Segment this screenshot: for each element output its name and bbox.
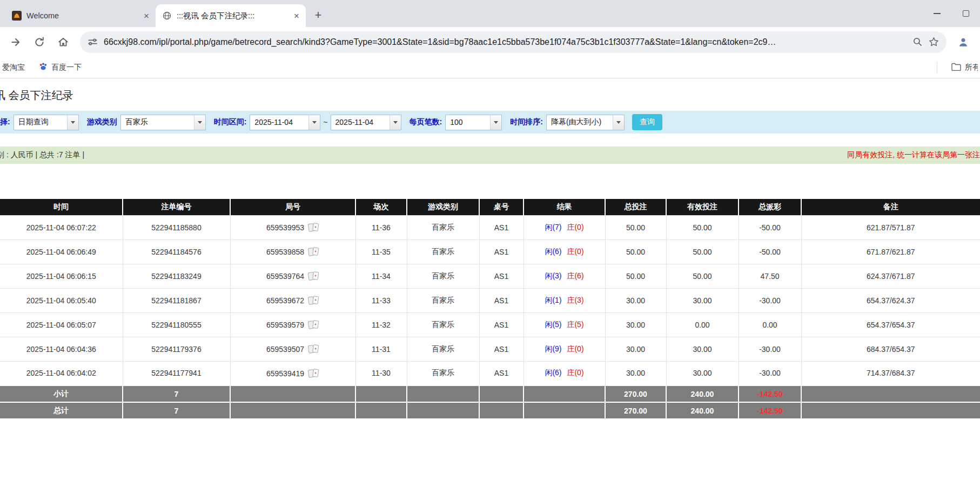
page-content: 视讯 会员下注纪录 查询选择: 日期查询 游戏类别 百家乐 时间区间: 2025… xyxy=(0,78,980,420)
column-header-time: 时间 xyxy=(0,199,123,215)
player-result: 闲(5) xyxy=(545,320,561,329)
bookmark-baidu[interactable]: 百度一下 xyxy=(39,62,82,72)
tab-title: Welcome xyxy=(26,11,139,20)
banker-result: 庄(6) xyxy=(567,271,583,280)
cards-icon[interactable] xyxy=(308,271,319,281)
valid-bet-cell: 30.00 xyxy=(666,361,739,385)
total-count: 7 xyxy=(123,402,230,419)
chevron-down-icon[interactable] xyxy=(194,115,205,130)
home-button[interactable] xyxy=(53,32,73,52)
filter-bar: 查询选择: 日期查询 游戏类别 百家乐 时间区间: 2025-11-04 ~ 2… xyxy=(0,111,980,134)
subtotal-valid-bet: 240.00 xyxy=(666,385,739,402)
total-bet-cell[interactable]: 30.00 xyxy=(605,288,666,312)
time-cell: 2025-11-04 06:04:02 xyxy=(0,361,123,385)
total-bet-cell[interactable]: 50.00 xyxy=(605,239,666,264)
result-cell: 闲(6) 庄(0) xyxy=(523,239,605,264)
empty-cell xyxy=(523,385,605,402)
time-cell: 2025-11-04 06:04:36 xyxy=(0,337,123,361)
cards-icon[interactable] xyxy=(308,320,319,329)
chevron-down-icon[interactable] xyxy=(613,115,624,130)
forward-button[interactable] xyxy=(5,32,26,52)
bookmark-aitaobao[interactable]: 爱淘宝 xyxy=(2,63,25,72)
column-header-payout: 总派彩 xyxy=(739,199,801,215)
new-tab-button[interactable]: + xyxy=(310,7,326,23)
column-header-result: 结果 xyxy=(523,199,605,215)
bet-record-row: 2025-11-04 06:06:49 522941184576 6595398… xyxy=(0,239,980,264)
empty-cell xyxy=(407,385,479,402)
game-type-select[interactable]: 百家乐 xyxy=(120,115,206,130)
bet-record-row: 2025-11-04 06:05:40 522941181867 6595396… xyxy=(0,288,980,312)
payout-cell: -30.00 xyxy=(739,288,801,312)
chevron-down-icon[interactable] xyxy=(390,115,401,130)
search-type-select[interactable]: 日期查询 xyxy=(14,115,79,130)
bet-id-cell: 522941183249 xyxy=(123,264,230,288)
chevron-down-icon[interactable] xyxy=(308,115,320,130)
result-cell: 闲(6) 庄(0) xyxy=(523,361,605,385)
bet-id-cell: 522941179376 xyxy=(123,337,230,361)
column-header-session: 场次 xyxy=(355,199,407,215)
note-cell: 654.37/624.37 xyxy=(801,288,980,312)
total-bet-cell[interactable]: 50.00 xyxy=(605,264,666,288)
banker-result: 庄(5) xyxy=(567,320,583,329)
tab-welcome[interactable]: Welcome × xyxy=(5,4,156,27)
subtotal-payout: -142.50 xyxy=(739,385,801,402)
bookmark-star-icon[interactable] xyxy=(929,37,939,47)
total-bet-cell[interactable]: 30.00 xyxy=(605,361,666,385)
maximize-icon xyxy=(963,10,969,17)
payout-cell: -50.00 xyxy=(739,215,801,239)
total-bet-cell[interactable]: 30.00 xyxy=(605,337,666,361)
total-bet-cell[interactable]: 30.00 xyxy=(605,312,666,337)
url-text: 66cxkj98.com/ipl/portal.php/game/betreco… xyxy=(104,37,907,47)
note-cell: 684.37/654.37 xyxy=(801,337,980,361)
game-type-cell: 百家乐 xyxy=(407,215,479,239)
cards-icon[interactable] xyxy=(308,369,319,378)
game-type-cell: 百家乐 xyxy=(407,337,479,361)
maximize-button[interactable] xyxy=(951,0,980,27)
valid-bet-cell: 0.00 xyxy=(666,312,739,337)
address-bar[interactable]: 66cxkj98.com/ipl/portal.php/game/betreco… xyxy=(80,31,947,53)
minimize-button[interactable] xyxy=(923,0,951,27)
cards-icon[interactable] xyxy=(308,223,319,232)
table-header-row: 时间 注单编号 局号 场次 游戏类别 桌号 结果 总投注 有效投注 总派彩 备注 xyxy=(0,199,980,215)
tab-betrecord[interactable]: :::视讯 会员下注纪录::: × xyxy=(156,4,306,27)
cards-icon[interactable] xyxy=(308,344,319,354)
bookmarks-bar: 爱淘宝 百度一下 所有书签 xyxy=(0,57,980,78)
column-header-total-bet: 总投注 xyxy=(605,199,666,215)
site-settings-icon[interactable] xyxy=(88,37,98,47)
session-cell: 11-36 xyxy=(355,215,407,239)
empty-cell xyxy=(801,385,980,402)
chevron-down-icon[interactable] xyxy=(490,115,501,130)
note-cell: 671.87/621.87 xyxy=(801,239,980,264)
close-icon[interactable]: × xyxy=(294,11,299,21)
time-cell: 2025-11-04 06:07:22 xyxy=(0,215,123,239)
round-cell: 659539858 xyxy=(230,239,355,264)
time-cell: 2025-11-04 06:05:07 xyxy=(0,312,123,337)
session-cell: 11-35 xyxy=(355,239,407,264)
round-number: 659539764 xyxy=(266,272,304,281)
valid-bet-cell: 50.00 xyxy=(666,215,739,239)
sort-order-select[interactable]: 降幕(由大到小) xyxy=(546,115,625,130)
subtotal-label: 小计 xyxy=(0,385,123,402)
profile-avatar-icon[interactable] xyxy=(953,32,974,52)
result-cell: 闲(7) 庄(0) xyxy=(523,215,605,239)
all-bookmarks-folder[interactable]: 所有书签 xyxy=(951,63,978,72)
empty-cell xyxy=(230,402,355,419)
cards-icon[interactable] xyxy=(308,296,319,305)
page-size-select[interactable]: 100 xyxy=(445,115,502,130)
date-from-select[interactable]: 2025-11-04 xyxy=(250,115,320,130)
empty-cell xyxy=(479,402,523,419)
navigation-bar: 66cxkj98.com/ipl/portal.php/game/betreco… xyxy=(0,27,980,57)
chevron-down-icon[interactable] xyxy=(67,115,78,130)
browser-chrome: Welcome × :::视讯 会员下注纪录::: × + xyxy=(0,0,980,78)
reload-button[interactable] xyxy=(29,32,50,52)
zoom-icon[interactable] xyxy=(912,37,923,47)
cards-icon[interactable] xyxy=(308,247,319,256)
table-number-cell: AS1 xyxy=(479,215,523,239)
total-bet-cell[interactable]: 50.00 xyxy=(605,215,666,239)
table-number-cell: AS1 xyxy=(479,264,523,288)
column-header-note: 备注 xyxy=(801,199,980,215)
tab-bar: Welcome × :::视讯 会员下注纪录::: × + xyxy=(0,0,980,27)
date-to-select[interactable]: 2025-11-04 xyxy=(331,115,401,130)
search-button[interactable]: 查询 xyxy=(632,114,662,130)
close-icon[interactable]: × xyxy=(144,11,149,21)
